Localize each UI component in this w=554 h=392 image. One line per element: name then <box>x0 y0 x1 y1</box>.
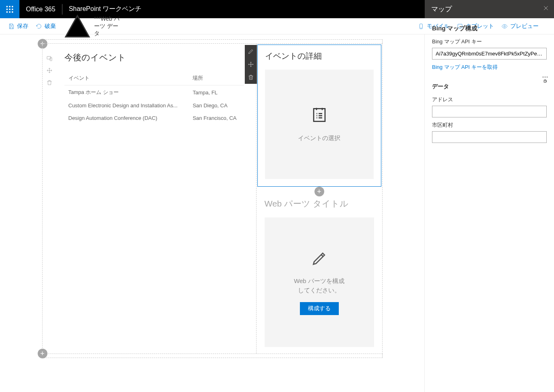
event-select-placeholder: イベントの選択 <box>265 70 374 179</box>
canvas-wrap: + 今後のイベント イベント 場所 <box>0 34 424 392</box>
svg-rect-16 <box>314 109 325 121</box>
svg-rect-8 <box>12 11 13 13</box>
event-select-text: イベントの選択 <box>298 134 340 142</box>
svg-rect-5 <box>12 9 13 10</box>
svg-rect-2 <box>12 6 13 7</box>
app-launcher[interactable] <box>0 0 19 18</box>
edit-webpart-button[interactable] <box>245 45 257 58</box>
discard-button[interactable]: 破棄 <box>36 23 56 30</box>
svg-rect-6 <box>6 11 8 13</box>
svg-point-26 <box>545 77 545 77</box>
svg-point-27 <box>547 77 548 77</box>
col-header-event: イベント <box>64 71 189 85</box>
bing-config-heading: Bing マップ構成 <box>432 25 547 32</box>
move-webpart-button[interactable] <box>245 58 257 71</box>
property-pane-body: Bing マップ構成 Bing マップ API キー Bing マップ API … <box>425 18 554 153</box>
address-label: アドレス <box>432 96 547 103</box>
svg-rect-0 <box>6 6 8 7</box>
add-section-button-bottom[interactable]: + <box>38 349 47 358</box>
section-add-zone-top: + <box>42 39 383 43</box>
api-key-label: Bing マップ API キー <box>432 38 547 45</box>
save-button[interactable]: 保存 <box>8 23 28 30</box>
section: 今後のイベント イベント 場所 Tampa ホーム ショーTampa, FL C… <box>42 43 383 354</box>
property-pane: マップ Bing マップ構成 Bing マップ API キー Bing マップ … <box>424 34 554 392</box>
column-left: 今後のイベント イベント 場所 Tampa ホーム ショーTampa, FL C… <box>56 44 257 354</box>
column-right: イベントの詳細 イベントの選択 + Web パーツ タイトル <box>257 44 382 354</box>
save-label: 保存 <box>17 23 28 30</box>
event-details-webpart[interactable]: イベントの詳細 イベントの選択 <box>257 45 381 187</box>
table-row[interactable]: Design Automation Conference (DAC)San Fr… <box>64 112 244 124</box>
webpart-title-placeholder[interactable]: Web パーツ タイトル <box>265 198 374 209</box>
table-row[interactable]: Tampa ホーム ショーTampa, FL <box>64 85 244 100</box>
api-key-input[interactable] <box>432 48 547 60</box>
move-icon[interactable] <box>46 67 53 74</box>
webparts-data-label: ***Web パーツ データ <box>94 15 121 37</box>
upcoming-events-title: 今後のイベント <box>64 52 244 63</box>
property-pane-header: マップ <box>425 0 554 18</box>
col-header-location: 場所 <box>188 71 244 85</box>
svg-rect-1 <box>9 6 10 7</box>
add-webpart-button[interactable]: + <box>314 187 324 196</box>
webpart-toolbar <box>245 45 257 84</box>
svg-rect-3 <box>6 9 8 10</box>
svg-rect-14 <box>47 56 51 59</box>
pencil-icon <box>310 249 328 268</box>
city-input[interactable] <box>432 131 547 143</box>
property-pane-title: マップ <box>431 4 452 14</box>
get-api-key-link[interactable]: Bing マップ API キーを取得 <box>432 64 498 71</box>
map-webpart[interactable]: Web パーツ タイトル Web パーツを構成 してください。 構成する <box>257 192 381 353</box>
event-details-title: イベントの詳細 <box>265 51 374 62</box>
device-icon[interactable] <box>46 55 53 62</box>
configure-text: Web パーツを構成 してください。 <box>294 277 344 295</box>
svg-rect-4 <box>9 9 10 10</box>
data-section-heading: データ <box>432 83 547 90</box>
section-add-zone-bottom: + <box>42 354 383 358</box>
delete-section-icon[interactable] <box>46 79 53 86</box>
events-table: イベント 場所 Tampa ホーム ショーTampa, FL Custom El… <box>64 71 244 124</box>
address-input[interactable] <box>432 106 547 117</box>
list-icon <box>311 107 328 125</box>
table-row[interactable]: Custom Electronic Design and Installatio… <box>64 99 244 112</box>
workspace: + 今後のイベント イベント 場所 <box>0 34 554 392</box>
discard-label: 破棄 <box>45 23 56 30</box>
configure-button[interactable]: 構成する <box>300 302 339 315</box>
city-label: 市区町村 <box>432 121 547 129</box>
section-rail <box>43 44 56 354</box>
configure-placeholder: Web パーツを構成 してください。 構成する <box>265 217 374 347</box>
delete-webpart-button[interactable] <box>245 71 257 84</box>
close-pane-button[interactable] <box>543 5 549 13</box>
svg-rect-7 <box>9 11 10 13</box>
svg-point-25 <box>543 77 543 77</box>
app-name: Office 365 <box>19 6 62 13</box>
